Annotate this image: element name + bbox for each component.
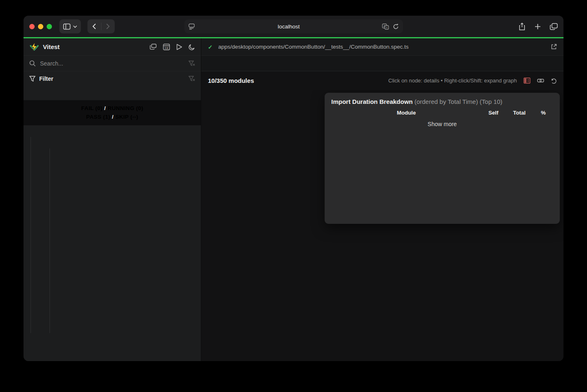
tab-overview-icon[interactable] — [550, 23, 558, 30]
import-duration-panel: Import Duration Breakdown (ordered by To… — [325, 93, 560, 224]
main-panel: ✓ apps/desktop/components/CommonButton/_… — [201, 38, 563, 361]
browser-window: localhost Ax — [24, 16, 563, 361]
close-window-button[interactable] — [29, 24, 35, 29]
module-graph[interactable]: Import Duration Breakdown (ordered by To… — [201, 90, 563, 361]
show-more-button[interactable]: Show more — [331, 118, 553, 127]
search-input[interactable] — [40, 60, 184, 67]
translate-icon[interactable]: Ax — [382, 23, 389, 30]
chevron-down-icon — [73, 25, 77, 28]
app-title: Vitest — [43, 43, 60, 50]
col-module: Module — [331, 109, 481, 118]
forward-button[interactable] — [101, 23, 115, 29]
url-text: localhost — [196, 23, 382, 30]
vitest-logo-icon — [29, 42, 39, 52]
run-status: FAIL (0) / RUNNING (0) PASS (1) / SKIP (… — [24, 100, 201, 125]
search-icon — [29, 60, 36, 67]
clear-filter-icon[interactable] — [189, 76, 195, 82]
legend-icon[interactable] — [523, 77, 530, 84]
collapse-panels-icon[interactable] — [150, 44, 157, 50]
filter-icon — [29, 76, 35, 82]
pass-count: PASS (1) — [86, 114, 110, 120]
minimize-window-button[interactable] — [38, 24, 43, 29]
sidebar-icon — [63, 23, 71, 30]
fail-count: FAIL (0) — [81, 105, 103, 111]
view-tabs — [201, 56, 563, 71]
browser-chrome: localhost Ax — [24, 16, 563, 37]
reset-graph-icon[interactable] — [551, 77, 557, 84]
graph-hint: Click on node: details • Right-click/Shi… — [388, 77, 517, 84]
sidebar: Vitest 31 — [24, 38, 201, 361]
nav-buttons — [87, 19, 115, 33]
run-all-icon[interactable] — [176, 44, 182, 50]
panel-title: Import Duration Breakdown (ordered by To… — [331, 98, 553, 105]
reload-icon[interactable] — [393, 23, 399, 30]
share-icon[interactable] — [519, 23, 526, 31]
running-count: RUNNING (0) — [108, 105, 144, 111]
page-settings-icon[interactable] — [189, 23, 196, 30]
clear-filter-icon[interactable] — [189, 61, 195, 66]
link-modules-icon[interactable] — [537, 77, 544, 84]
import-duration-table: Module Self Total % — [331, 109, 553, 118]
dark-mode-icon[interactable] — [189, 44, 195, 50]
back-button[interactable] — [88, 23, 101, 29]
sidebar-toggle-button[interactable] — [59, 19, 81, 33]
col-self: Self — [481, 109, 505, 118]
external-link-icon[interactable] — [551, 44, 557, 50]
traffic-lights — [29, 24, 52, 29]
col-pct: % — [533, 109, 553, 118]
open-file-path: apps/desktop/components/CommonButton/__t… — [218, 44, 547, 50]
pass-check-icon: ✓ — [208, 44, 214, 50]
skip-count: SKIP (--) — [115, 114, 138, 120]
maximize-window-button[interactable] — [47, 24, 52, 29]
filter-label: Filter — [39, 75, 53, 82]
new-tab-icon[interactable] — [535, 23, 541, 30]
address-bar[interactable]: localhost Ax — [184, 19, 403, 33]
svg-text:31: 31 — [164, 46, 167, 49]
graph-toolbar: 10/350 modules Click on node: details • … — [201, 71, 563, 90]
test-tree — [24, 125, 201, 361]
svg-text:x: x — [386, 26, 388, 29]
modules-count: 10/350 modules — [208, 77, 254, 84]
dashboard-icon[interactable]: 31 — [163, 44, 170, 50]
col-total: Total — [505, 109, 533, 118]
